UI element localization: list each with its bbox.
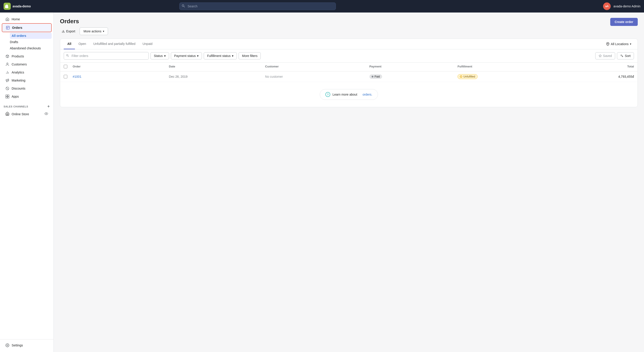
tab-all[interactable]: All (64, 39, 75, 49)
svg-rect-0 (6, 26, 10, 29)
sort-button[interactable]: Sort (617, 52, 634, 59)
top-nav: avada-demo aA avada-demo Admin (0, 0, 644, 12)
tabs-bar: All Open Unfulfilled and partially fulfi… (60, 39, 638, 49)
svg-rect-4 (8, 95, 9, 96)
learn-more-link[interactable]: orders. (362, 93, 372, 96)
sidebar-item-discounts[interactable]: Discounts (2, 84, 52, 92)
eye-icon[interactable] (44, 112, 48, 116)
page-title: Orders (60, 18, 108, 25)
sidebar-item-products[interactable]: Products (2, 52, 52, 60)
tab-unfulfilled[interactable]: Unfulfilled and partially fulfilled (90, 39, 139, 49)
page-actions: Export More actions ▾ (60, 27, 108, 35)
help-circle-icon: ? (325, 92, 330, 97)
status-filter-button[interactable]: Status ▾ (150, 52, 169, 59)
search-input[interactable] (179, 2, 336, 10)
order-fulfillment: Unfulfilled (458, 74, 554, 79)
saved-button[interactable]: Saved (595, 52, 616, 59)
order-date: Dec 26, 2019 (169, 75, 265, 78)
customers-icon (5, 62, 10, 66)
admin-name: avada-demo Admin (613, 4, 640, 8)
more-filters-button[interactable]: More filters (238, 52, 261, 59)
export-label: Export (66, 29, 75, 33)
payment-badge: Paid (370, 74, 382, 79)
row-checkbox[interactable] (64, 75, 67, 78)
sidebar-item-home[interactable]: Home (2, 15, 52, 23)
sidebar-item-online-store[interactable]: Online Store (2, 110, 52, 118)
tab-unpaid[interactable]: Unpaid (139, 39, 156, 49)
filter-search-wrap[interactable] (64, 52, 149, 60)
export-button[interactable]: Export (60, 28, 77, 34)
discounts-icon (5, 86, 10, 90)
create-order-label: Create order (615, 20, 633, 24)
sales-channels-label: SALES CHANNELS (4, 105, 28, 108)
location-chevron-icon: ▾ (630, 42, 631, 46)
fulfillment-status-filter-button[interactable]: Fulfillment status ▾ (204, 52, 237, 59)
online-store-label: Online Store (12, 112, 29, 116)
location-filter[interactable]: All Locations ▾ (603, 40, 634, 48)
sidebar-sub-drafts[interactable]: Drafts (10, 39, 52, 45)
filter-bar: Status ▾ Payment status ▾ Fulfillment st… (60, 49, 638, 63)
add-sales-channel-button[interactable]: + (48, 104, 50, 109)
sidebar-item-marketing[interactable]: Marketing (2, 76, 52, 84)
orders-icon (6, 26, 10, 30)
filter-orders-input[interactable] (64, 52, 149, 60)
online-store-icon (5, 112, 10, 116)
col-header-customer: Customer (265, 65, 370, 69)
col-header-fulfillment: Fulfillment (458, 65, 554, 69)
sidebar-item-apps[interactable]: Apps (2, 92, 52, 101)
tab-open[interactable]: Open (75, 39, 90, 49)
shopify-logo-icon (4, 3, 11, 10)
order-total: 4,793,455đ (554, 75, 634, 78)
col-header-payment: Payment (370, 65, 458, 69)
sidebar-item-settings[interactable]: Settings (2, 341, 52, 349)
orders-card: All Open Unfulfilled and partially fulfi… (60, 39, 638, 107)
svg-marker-10 (599, 54, 602, 57)
location-filter-label: All Locations (611, 42, 628, 46)
col-header-order: Order (73, 65, 169, 69)
payment-status-label: Payment status (174, 54, 196, 58)
col-header-checkbox (64, 65, 73, 69)
top-nav-right: aA avada-demo Admin (603, 2, 640, 10)
store-logo-area[interactable]: avada-demo (4, 3, 44, 10)
learn-more-section: ? Learn more about orders. (60, 82, 638, 107)
customers-label: Customers (12, 63, 27, 66)
main-content: Orders Export More actions ▾ Create orde… (54, 12, 644, 352)
sidebar-item-orders[interactable]: Orders (2, 23, 52, 32)
sidebar-sub-abandoned-checkouts[interactable]: Abandoned checkouts (10, 45, 52, 51)
col-header-total: Total (554, 65, 634, 69)
filter-right: Saved Sort (595, 52, 634, 59)
settings-icon (5, 343, 10, 347)
table-header: Order Date Customer Payment Fulfillment … (60, 63, 638, 71)
svg-rect-3 (6, 95, 8, 96)
search-icon (182, 4, 185, 8)
row-checkbox-wrap[interactable] (64, 75, 73, 78)
marketing-label: Marketing (12, 79, 25, 82)
sidebar-bottom: Settings (0, 339, 54, 349)
select-all-checkbox[interactable] (64, 65, 67, 68)
unfulfilled-dot (460, 75, 462, 78)
status-chevron-icon: ▾ (164, 54, 166, 58)
svg-point-8 (7, 345, 8, 346)
fulfillment-chevron-icon: ▾ (232, 54, 234, 58)
sidebar-item-customers[interactable]: Customers (2, 60, 52, 68)
page-header: Orders Export More actions ▾ Create orde… (60, 18, 638, 35)
orders-submenu: All orders Drafts Abandoned checkouts (0, 32, 54, 52)
more-actions-button[interactable]: More actions ▾ (80, 27, 108, 35)
fulfillment-status-value: Unfulfilled (463, 75, 475, 78)
sales-channels-section: SALES CHANNELS + (0, 101, 54, 110)
sidebar-sub-all-orders[interactable]: All orders (10, 33, 52, 39)
payment-status-filter-button[interactable]: Payment status ▾ (171, 52, 202, 59)
sidebar-item-analytics[interactable]: Analytics (2, 68, 52, 76)
global-search[interactable] (179, 2, 336, 10)
create-order-button[interactable]: Create order (610, 18, 638, 26)
status-filter-label: Status (154, 54, 163, 58)
avatar[interactable]: aA (603, 2, 611, 10)
payment-status-value: Paid (374, 75, 380, 78)
order-customer: No customer (265, 75, 370, 78)
orders-label: Orders (12, 26, 22, 29)
marketing-icon (5, 78, 10, 82)
col-header-date: Date (169, 65, 265, 69)
tabs-left: All Open Unfulfilled and partially fulfi… (64, 39, 156, 49)
order-number: #1001 (73, 75, 169, 78)
table-row[interactable]: #1001 Dec 26, 2019 No customer Paid Unfu… (60, 71, 638, 82)
